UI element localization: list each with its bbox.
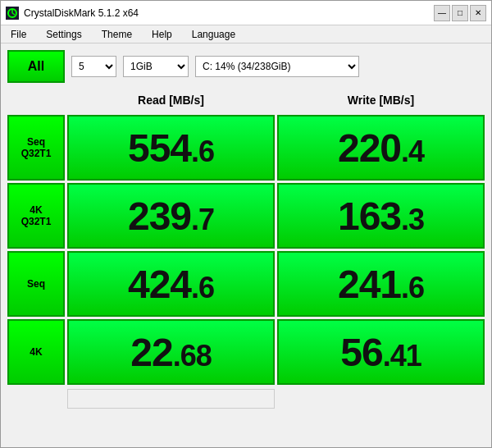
status-bar-read xyxy=(67,389,275,409)
label-4k[interactable]: 4K xyxy=(7,319,65,385)
main-content: All 5 1GiB C: 14% (34/238GiB) Read [MB/s… xyxy=(1,43,491,447)
read-4k-q32t1[interactable]: 239.7 xyxy=(67,183,275,249)
close-button[interactable]: ✕ xyxy=(470,5,486,21)
size-dropdown[interactable]: 1GiB xyxy=(123,56,189,77)
window-title: CrystalDiskMark 5.1.2 x64 xyxy=(24,7,139,19)
menu-language[interactable]: Language xyxy=(189,27,239,42)
write-4k-q32t1[interactable]: 163.3 xyxy=(277,183,485,249)
header-write: Write [MB/s] xyxy=(277,88,485,112)
footer-col3 xyxy=(277,387,485,412)
write-4k[interactable]: 56.41 xyxy=(277,319,485,385)
runs-dropdown[interactable]: 5 xyxy=(71,56,116,77)
read-4k[interactable]: 22.68 xyxy=(67,319,275,385)
header-empty xyxy=(7,88,65,112)
menu-file[interactable]: File xyxy=(7,27,30,42)
maximize-button[interactable]: □ xyxy=(452,5,468,21)
title-bar-left: CrystalDiskMark 5.1.2 x64 xyxy=(6,7,139,20)
read-seq[interactable]: 424.6 xyxy=(67,251,275,317)
label-seq-q32t1[interactable]: SeqQ32T1 xyxy=(7,115,65,181)
footer-col1 xyxy=(7,387,65,412)
menu-help[interactable]: Help xyxy=(148,27,175,42)
write-seq[interactable]: 241.6 xyxy=(277,251,485,317)
main-window: CrystalDiskMark 5.1.2 x64 — □ ✕ File Set… xyxy=(0,0,492,448)
menu-theme[interactable]: Theme xyxy=(98,27,135,42)
menu-bar: File Settings Theme Help Language xyxy=(1,25,491,43)
write-seq-q32t1[interactable]: 220.4 xyxy=(277,115,485,181)
minimize-button[interactable]: — xyxy=(434,5,450,21)
label-seq[interactable]: Seq xyxy=(7,251,65,317)
all-button[interactable]: All xyxy=(7,50,65,83)
data-grid: Read [MB/s] Write [MB/s] SeqQ32T1 554.6 … xyxy=(7,88,485,441)
controls-row: All 5 1GiB C: 14% (34/238GiB) xyxy=(7,50,485,83)
label-4k-q32t1[interactable]: 4KQ32T1 xyxy=(7,183,65,249)
window-controls: — □ ✕ xyxy=(434,5,486,21)
drive-dropdown[interactable]: C: 14% (34/238GiB) xyxy=(195,56,359,77)
header-read: Read [MB/s] xyxy=(67,88,275,112)
title-bar: CrystalDiskMark 5.1.2 x64 — □ ✕ xyxy=(1,1,491,25)
read-seq-q32t1[interactable]: 554.6 xyxy=(67,115,275,181)
menu-settings[interactable]: Settings xyxy=(43,27,84,42)
app-icon xyxy=(6,7,19,20)
